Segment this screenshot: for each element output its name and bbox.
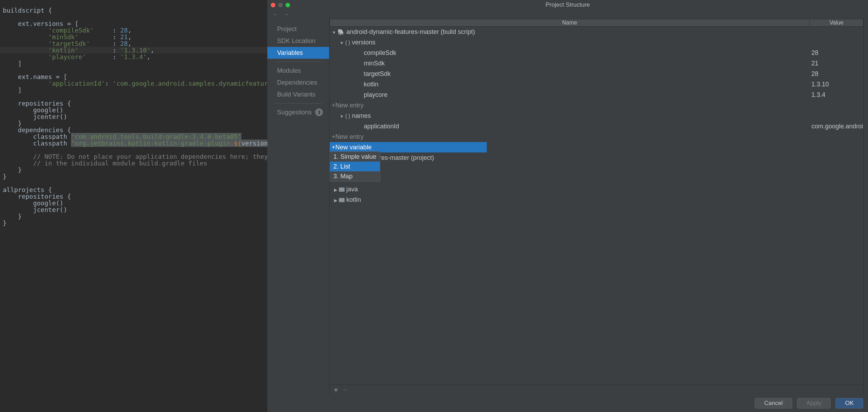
code-line[interactable]: // in the individual module build.gradle… [0, 160, 267, 166]
table-header: Name Value [330, 19, 863, 27]
code-line[interactable]: dependencies { [0, 127, 267, 133]
apply-button[interactable]: Apply [797, 398, 831, 409]
code-line[interactable]: repositories { [0, 100, 267, 107]
code-line[interactable] [0, 93, 267, 100]
code-line[interactable]: google() [0, 107, 267, 113]
folder-icon [339, 187, 345, 192]
tree-group-names[interactable]: ▼{ } names [330, 111, 863, 121]
code-line[interactable]: ] [0, 87, 267, 93]
tree-folder-assets[interactable]: ▶ assets [330, 163, 863, 173]
tree-entry-minSdk[interactable]: minSdk21 [330, 58, 863, 69]
code-line[interactable] [0, 180, 267, 186]
dialog-footer: Cancel Apply OK [267, 395, 868, 412]
window-title: Project Structure [545, 1, 590, 8]
code-line[interactable]: } [0, 120, 267, 127]
tree-toolbar: + − [330, 385, 863, 395]
chevron-right-icon[interactable]: ▶ [333, 187, 338, 192]
window-titlebar[interactable]: Project Structure [267, 0, 868, 10]
code-line[interactable]: google() [0, 200, 267, 206]
add-icon[interactable]: + [334, 386, 338, 394]
chevron-right-icon[interactable]: ▶ [333, 198, 338, 203]
code-line[interactable]: 'targetSdk' : 28, [0, 40, 267, 47]
sidebar-item-dependencies[interactable]: Dependencies [267, 77, 329, 88]
ok-button[interactable]: OK [836, 398, 863, 409]
right-gutter [864, 19, 868, 395]
code-line[interactable]: } [0, 173, 267, 180]
tree-root-project[interactable]: ▼🐘 namic-features-master (project) [330, 152, 863, 163]
code-line[interactable]: ] [0, 60, 267, 67]
tree-entry-applicationId[interactable]: applicationIdcom.google.androi [330, 121, 863, 132]
history-navbar: ← → [267, 10, 868, 19]
variables-tree[interactable]: ▼🐘 android-dynamic-features-master (buil… [330, 27, 863, 385]
code-line[interactable]: buildscript { [0, 7, 267, 14]
sidebar-item-build-variants[interactable]: Build Variants [267, 88, 329, 100]
code-line[interactable]: } [0, 213, 267, 220]
code-line[interactable]: jcenter() [0, 113, 267, 120]
chevron-down-icon[interactable]: ▼ [339, 41, 344, 45]
back-arrow-icon[interactable]: ← [273, 11, 279, 18]
tree-entry-kotlin[interactable]: kotlin1.3.10 [330, 79, 863, 90]
tree-entry-compileSdk[interactable]: compileSdk28 [330, 48, 863, 58]
variables-panel: Name Value ▼🐘 android-dynamic-features-m… [329, 19, 864, 395]
chevron-down-icon[interactable]: ▼ [332, 30, 337, 35]
window-maximize-icon[interactable] [285, 3, 290, 7]
suggestions-badge: 3 [315, 108, 323, 116]
menu-item-simple-value[interactable]: 1. Simple value [330, 152, 380, 162]
category-sidebar: ProjectSDK LocationVariablesModulesDepen… [267, 19, 329, 395]
tree-folder-features[interactable]: ▶ features [330, 173, 863, 184]
tree-entry-playcore[interactable]: playcore1.3.4 [330, 90, 863, 100]
code-line[interactable]: classpath "org.jetbrains.kotlin:kotlin-g… [0, 140, 267, 147]
code-line[interactable]: 'applicationId': 'com.google.android.sam… [0, 80, 267, 87]
code-line[interactable] [0, 147, 267, 153]
sidebar-item-project[interactable]: Project [267, 23, 329, 35]
code-line[interactable]: 'kotlin' : '1.3.10', [0, 47, 267, 54]
code-line[interactable]: } [0, 166, 267, 173]
code-line[interactable]: 'minSdk' : 21, [0, 34, 267, 40]
new-variable-type-menu[interactable]: 1. Simple value2. List3. Map [330, 151, 380, 182]
code-line[interactable]: 'playcore' : '1.3.4', [0, 54, 267, 60]
code-line[interactable]: jcenter() [0, 206, 267, 213]
forward-arrow-icon[interactable]: → [283, 11, 289, 18]
code-line[interactable]: repositories { [0, 193, 267, 200]
project-structure-dialog: Project Structure ← → ProjectSDK Locatio… [267, 0, 868, 412]
cancel-button[interactable]: Cancel [755, 398, 792, 409]
code-line[interactable]: // NOTE: Do not place your application d… [0, 153, 267, 160]
braces-icon: { } [345, 113, 350, 119]
sidebar-item-variables[interactable]: Variables [267, 47, 329, 59]
column-header-name[interactable]: Name [330, 20, 810, 26]
code-line[interactable]: classpath 'com.android.tools.build:gradl… [0, 133, 267, 140]
code-line[interactable] [0, 67, 267, 73]
remove-icon[interactable]: − [343, 386, 348, 394]
chevron-down-icon[interactable]: ▼ [339, 114, 344, 119]
tree-folder-kotlin[interactable]: ▶ kotlin [330, 194, 863, 205]
column-header-value[interactable]: Value [810, 20, 863, 26]
new-entry-action[interactable]: +New entry [330, 100, 863, 111]
code-line[interactable] [0, 14, 267, 20]
tree-root-build-script[interactable]: ▼🐘 android-dynamic-features-master (buil… [330, 27, 863, 37]
menu-item-list[interactable]: 2. List [330, 162, 380, 171]
menu-item-map[interactable]: 3. Map [330, 171, 380, 181]
code-editor[interactable]: buildscript { ext.versions = [ 'compileS… [0, 0, 267, 412]
new-variable-action[interactable]: +New variable [330, 142, 487, 152]
new-entry-action[interactable]: +New entry [330, 132, 863, 142]
gradle-icon: 🐘 [338, 29, 345, 35]
code-line[interactable]: ext.names = [ [0, 73, 267, 80]
code-line[interactable]: ext.versions = [ [0, 20, 267, 27]
sidebar-item-suggestions[interactable]: Suggestions3 [267, 106, 329, 118]
tree-folder-java[interactable]: ▶ java [330, 184, 863, 194]
window-minimize-icon[interactable] [278, 3, 283, 7]
code-line[interactable]: 'compileSdk' : 28, [0, 27, 267, 34]
code-line[interactable]: } [0, 220, 267, 226]
folder-icon [339, 198, 345, 202]
tree-entry-targetSdk[interactable]: targetSdk28 [330, 69, 863, 79]
tree-group-versions[interactable]: ▼{ } versions [330, 37, 863, 48]
window-close-icon[interactable] [271, 3, 275, 7]
code-line[interactable]: allprojects { [0, 186, 267, 193]
sidebar-item-sdk-location[interactable]: SDK Location [267, 35, 329, 47]
braces-icon: { } [345, 40, 350, 45]
sidebar-item-modules[interactable]: Modules [267, 65, 329, 77]
